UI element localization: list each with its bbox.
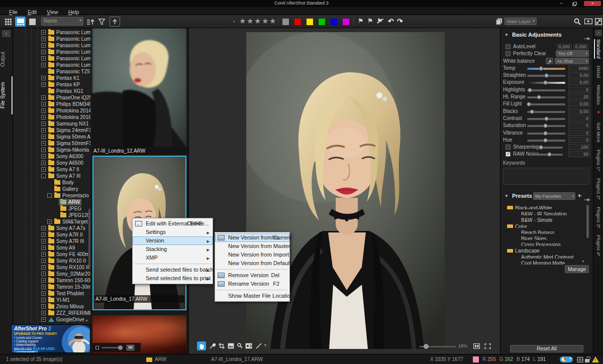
submenu-item[interactable]: Rename Version F2 xyxy=(215,280,289,288)
tree-row[interactable]: + Sony A7R III xyxy=(13,238,90,245)
tree-row[interactable]: + Sony A7-A7s xyxy=(13,225,90,231)
sort-direction-button[interactable] xyxy=(85,17,96,27)
adjustment-slider-track[interactable] xyxy=(527,111,565,113)
tree-row[interactable]: Body xyxy=(13,179,90,186)
adjustment-slider-track[interactable] xyxy=(527,103,565,105)
tree-scroll-up-icon[interactable]: ▲ xyxy=(85,30,88,33)
context-menu-item[interactable]: XMP ▶ xyxy=(133,254,213,262)
presets-scrollbar[interactable] xyxy=(586,205,589,238)
tree-row[interactable]: + Panasonic Lum xyxy=(13,55,90,62)
tree-expander[interactable]: + xyxy=(41,285,46,289)
color-label-swatch[interactable] xyxy=(319,19,325,25)
minimize-button[interactable]: – xyxy=(557,1,566,6)
tree-expander[interactable]: + xyxy=(41,115,46,119)
collapse-triangle-icon[interactable]: ▼ xyxy=(505,194,509,198)
context-menu-item[interactable]: Edit with External Editor... Ctrl+E xyxy=(133,219,213,228)
preset-row[interactable]: ▼Landscape xyxy=(500,246,593,252)
unlock-icon[interactable] xyxy=(585,359,589,362)
adjustment-slider-handle[interactable] xyxy=(543,138,548,143)
tree-expander[interactable]: + xyxy=(41,50,46,54)
tree-row[interactable]: + Sigma 50mm A xyxy=(13,134,90,140)
adjustment-slider-track[interactable] xyxy=(527,75,565,77)
viewer-zoom-slider[interactable] xyxy=(420,346,456,347)
submenu-item[interactable]: Show Master File Location xyxy=(215,292,289,300)
heal-clone-tool-button[interactable] xyxy=(235,341,244,350)
tree-row[interactable]: Gallery xyxy=(13,186,90,192)
tree-row[interactable]: + Sony A9 xyxy=(13,245,90,251)
presets-filter-dropdown[interactable]: My Favorites▾ xyxy=(533,192,575,200)
tree-row[interactable]: + Philips BDM349 xyxy=(13,101,90,107)
tree-expander[interactable]: + xyxy=(41,161,46,165)
right-rail-tab[interactable]: Plugins 2* xyxy=(596,178,601,200)
right-rail-tab[interactable]: Metadata xyxy=(596,85,601,105)
adjustment-slider-handle[interactable] xyxy=(527,102,531,106)
tree-expander[interactable]: + xyxy=(41,30,46,35)
adjustment-slider-handle[interactable] xyxy=(530,109,534,114)
right-rail-tab[interactable]: Plugins 1* xyxy=(596,150,601,171)
fit-screen-button[interactable] xyxy=(483,342,491,349)
tree-expander[interactable]: + xyxy=(41,272,46,276)
tree-row[interactable]: + Panasonic Lum xyxy=(13,29,90,36)
right-rail-tab[interactable]: Get More xyxy=(596,123,601,143)
crop-tool-button[interactable] xyxy=(217,341,226,350)
tree-expander[interactable]: + xyxy=(41,239,46,244)
presets-scroll-down-icon[interactable]: ▼ xyxy=(581,260,585,263)
preset-row[interactable]: ▼Black-and-White xyxy=(500,203,593,209)
tree-row[interactable]: + Sony A7R II xyxy=(13,231,90,238)
single-view-button[interactable] xyxy=(27,17,38,27)
autolevel-value-2[interactable]: 0,200 xyxy=(573,44,588,50)
tree-row[interactable]: + Zeiss Milvus xyxy=(13,303,90,310)
layer-dropdown[interactable]: Main Layer ▾ xyxy=(505,18,537,25)
adjustment-value[interactable]: 25 xyxy=(568,94,590,100)
tree-expander[interactable]: + xyxy=(41,43,46,48)
flag-pick-icon[interactable]: ⚑ xyxy=(358,17,364,25)
adjustment-slider-track[interactable] xyxy=(527,125,565,127)
tree-expander[interactable]: + xyxy=(41,122,46,126)
viewer-zoom-handle[interactable] xyxy=(424,344,429,349)
preset-row[interactable]: ▼Bluer Skies xyxy=(500,234,593,240)
right-rail-tab[interactable]: Plugins 3* xyxy=(596,207,601,228)
tree-row[interactable]: + GoogleDrive xyxy=(13,316,90,323)
tree-row[interactable]: + ZZZ_RIFERIMEN xyxy=(13,310,90,316)
tree-expander[interactable]: + xyxy=(41,76,46,80)
adjustment-slider-track[interactable] xyxy=(532,154,563,156)
menu-item[interactable]: File xyxy=(4,9,23,16)
tab-file-system[interactable]: File System xyxy=(0,76,13,114)
adjustment-value[interactable]: 0 xyxy=(568,115,590,122)
adjustment-value[interactable]: 50 xyxy=(568,151,590,157)
preset-row[interactable]: ▼Cross Processing xyxy=(500,240,593,246)
pin-icon[interactable] xyxy=(584,195,590,204)
collapse-triangle-icon[interactable]: ▼ xyxy=(505,33,509,37)
adjustment-value[interactable]: 0,00 xyxy=(568,72,590,78)
sort-field-dropdown[interactable]: Name ▾ xyxy=(41,17,83,26)
right-rail-tab[interactable]: Plugins 4* xyxy=(596,235,601,257)
tab-output[interactable]: Output xyxy=(0,45,13,73)
redeye-tool-button[interactable] xyxy=(244,341,253,350)
tree-expander[interactable]: + xyxy=(41,278,46,283)
adjustment-slider-handle[interactable] xyxy=(543,124,548,128)
tree-row[interactable]: + Panasonic Lum xyxy=(13,49,90,55)
adjustment-slider-track[interactable] xyxy=(527,82,565,84)
tree-expander[interactable]: + xyxy=(41,311,46,315)
autolevel-value-1[interactable]: 0,200 xyxy=(557,44,572,50)
adjustment-checkbox[interactable] xyxy=(506,145,511,150)
tree-expander[interactable]: + xyxy=(41,56,46,61)
tree-row[interactable]: JPEG120 xyxy=(13,212,90,218)
adjustment-slider-track[interactable] xyxy=(527,133,565,135)
tree-expander[interactable]: + xyxy=(41,37,46,41)
flag-reject-icon[interactable]: ⚑ xyxy=(367,17,373,25)
tree-expander[interactable]: - xyxy=(47,193,52,198)
tree-row[interactable]: + Pentax KP xyxy=(13,81,90,88)
preset-row[interactable]: ▼Color xyxy=(500,222,593,228)
adjustment-slider-handle[interactable] xyxy=(539,66,543,71)
adjustment-slider-handle[interactable] xyxy=(528,88,532,92)
tree-row[interactable]: + Sony RX100 III xyxy=(13,264,90,271)
star-icon[interactable]: ★ xyxy=(254,17,261,26)
tree-expander[interactable]: + xyxy=(47,219,52,224)
tree-row[interactable]: + Panasonic Lum xyxy=(13,42,90,49)
adjustment-slider-track[interactable] xyxy=(527,96,565,98)
tree-row[interactable]: + Tamron 150-600 xyxy=(13,277,90,284)
straighten-tool-button[interactable] xyxy=(226,341,235,350)
tree-row[interactable]: + Panasonic Lum xyxy=(13,36,90,42)
proofing-toggle[interactable]: ▾ xyxy=(560,356,573,362)
